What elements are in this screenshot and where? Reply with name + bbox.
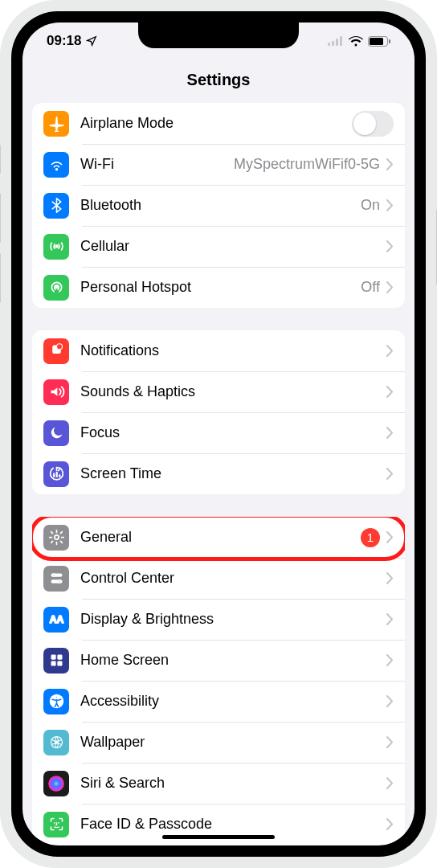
settings-row-siri[interactable]: Siri & Search	[32, 763, 405, 804]
cell-signal-icon	[328, 36, 344, 46]
homescreen-icon	[43, 648, 69, 674]
settings-row-homescreen[interactable]: Home Screen	[32, 640, 405, 681]
focus-icon	[43, 420, 69, 446]
row-label: Siri & Search	[80, 775, 386, 792]
screentime-icon	[43, 461, 69, 487]
row-label: Cellular	[80, 238, 386, 255]
chevron-right-icon	[386, 199, 394, 211]
svg-rect-1	[332, 41, 334, 46]
wallpaper-icon	[43, 730, 69, 755]
settings-row-bluetooth[interactable]: BluetoothOn	[32, 185, 405, 226]
controlcenter-icon	[43, 566, 69, 592]
settings-row-sounds[interactable]: Sounds & Haptics	[32, 371, 405, 412]
chevron-right-icon	[386, 695, 394, 707]
row-label: Accessibility	[80, 693, 386, 710]
cellular-icon	[43, 234, 69, 260]
device-notch	[138, 23, 299, 48]
row-label: Face ID & Passcode	[80, 816, 386, 833]
settings-row-cellular[interactable]: Cellular	[32, 226, 405, 267]
chevron-right-icon	[386, 240, 394, 252]
row-value: MySpectrumWiFif0-5G	[234, 156, 380, 173]
chevron-right-icon	[386, 531, 394, 543]
accessibility-icon	[43, 689, 69, 714]
svg-rect-24	[57, 661, 62, 665]
row-label: Notifications	[80, 342, 386, 359]
toggle-switch[interactable]	[352, 111, 394, 137]
svg-point-17	[52, 574, 55, 576]
svg-rect-23	[51, 661, 55, 665]
faceid-icon	[43, 812, 69, 837]
row-label: Wi-Fi	[80, 156, 234, 173]
chevron-right-icon	[386, 427, 394, 439]
settings-group: Airplane ModeWi-FiMySpectrumWiFif0-5GBlu…	[32, 103, 405, 308]
svg-rect-22	[57, 655, 62, 660]
notifications-icon	[43, 338, 69, 364]
settings-group: NotificationsSounds & HapticsFocusScreen…	[32, 330, 405, 494]
svg-rect-21	[51, 655, 55, 660]
chevron-right-icon	[386, 654, 394, 666]
settings-row-focus[interactable]: Focus	[32, 412, 405, 453]
svg-text:AA: AA	[49, 614, 63, 625]
settings-row-notifications[interactable]: Notifications	[32, 330, 405, 371]
svg-point-30	[54, 822, 55, 824]
row-label: Personal Hotspot	[80, 279, 361, 296]
display-icon: AA	[43, 607, 69, 633]
location-icon	[86, 35, 97, 47]
settings-row-display[interactable]: AADisplay & Brightness	[32, 599, 405, 640]
row-label: Wallpaper	[80, 734, 386, 751]
settings-row-airplane[interactable]: Airplane Mode	[32, 103, 405, 144]
svg-point-11	[56, 344, 62, 350]
chevron-right-icon	[386, 386, 394, 398]
chevron-right-icon	[386, 468, 394, 480]
settings-row-general[interactable]: General1	[32, 517, 405, 558]
svg-point-29	[48, 776, 64, 792]
notification-badge: 1	[361, 528, 380, 547]
settings-row-screentime[interactable]: Screen Time	[32, 453, 405, 494]
chevron-right-icon	[386, 613, 394, 625]
row-label: Bluetooth	[80, 197, 361, 214]
settings-group: General1Control CenterAADisplay & Bright…	[32, 517, 405, 845]
row-label: Control Center	[80, 570, 386, 587]
svg-rect-13	[55, 472, 57, 477]
wifi-icon	[43, 152, 69, 178]
status-time: 09:18	[47, 33, 81, 49]
svg-rect-6	[389, 39, 390, 43]
row-label: Display & Brightness	[80, 611, 386, 628]
wifi-status-icon	[349, 36, 363, 47]
airplane-icon	[43, 111, 69, 137]
settings-row-hotspot[interactable]: Personal HotspotOff	[32, 267, 405, 308]
row-label: General	[80, 529, 361, 546]
settings-row-wallpaper[interactable]: Wallpaper	[32, 722, 405, 763]
settings-list[interactable]: Airplane ModeWi-FiMySpectrumWiFif0-5GBlu…	[22, 103, 415, 845]
svg-rect-12	[53, 473, 55, 477]
svg-point-9	[55, 287, 57, 289]
svg-point-31	[58, 822, 59, 824]
svg-rect-2	[336, 39, 338, 46]
svg-rect-0	[328, 43, 330, 46]
svg-point-7	[55, 169, 57, 170]
svg-point-19	[58, 580, 60, 583]
battery-icon	[368, 36, 390, 47]
phone-frame: 09:18 Settings Airplane ModeWi-FiMySpect…	[0, 0, 437, 868]
chevron-right-icon	[386, 736, 394, 748]
row-value: On	[361, 197, 380, 214]
general-icon	[43, 525, 69, 551]
svg-rect-14	[59, 474, 60, 477]
chevron-right-icon	[386, 572, 394, 584]
svg-point-15	[54, 535, 58, 539]
settings-row-wifi[interactable]: Wi-FiMySpectrumWiFif0-5G	[32, 144, 405, 185]
chevron-right-icon	[386, 777, 394, 789]
settings-row-accessibility[interactable]: Accessibility	[32, 681, 405, 722]
svg-point-8	[55, 245, 58, 248]
svg-rect-5	[370, 38, 383, 45]
chevron-right-icon	[386, 345, 394, 357]
row-label: Home Screen	[80, 652, 386, 669]
sounds-icon	[43, 379, 69, 405]
home-indicator[interactable]	[162, 835, 275, 839]
settings-row-controlcenter[interactable]: Control Center	[32, 558, 405, 599]
svg-point-26	[55, 696, 58, 698]
row-label: Screen Time	[80, 465, 386, 482]
row-label: Airplane Mode	[80, 115, 352, 132]
row-label: Focus	[80, 424, 386, 441]
row-label: Sounds & Haptics	[80, 383, 386, 400]
